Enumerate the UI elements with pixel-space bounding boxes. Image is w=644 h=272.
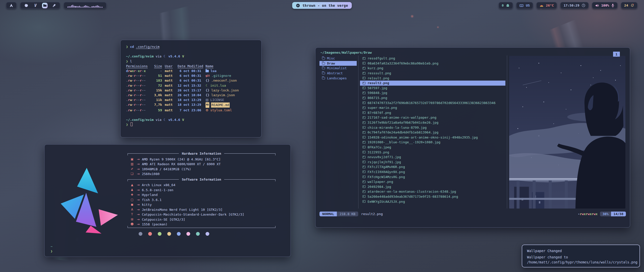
file-list-item[interactable]: FXfcJlTXgAMvH6R.png — [360, 164, 505, 169]
file-list-item[interactable]: 587597.jpg — [360, 86, 505, 91]
tab-badge[interactable]: 1 — [613, 52, 620, 57]
file-list-item[interactable]: 19201080-__blue-tinge__-1920×1080.jpg — [360, 140, 505, 145]
file-list-item[interactable]: re1sult.png — [360, 76, 505, 81]
file-name: init.lua — [210, 83, 226, 88]
sidebar-folder[interactable]: Abstract — [319, 71, 357, 76]
image-file-icon — [363, 190, 366, 193]
file-list-item[interactable]: result2.png — [360, 81, 505, 86]
file-list-item[interactable]: 154928-odinokoe_anime-art-anime-okno-sin… — [360, 135, 505, 140]
permissions: .rw-r--r-- — [126, 108, 148, 113]
image-file-icon — [363, 166, 366, 168]
sidebar-folder[interactable]: Minimalist — [319, 66, 357, 71]
shell-icon: ▢ — [130, 197, 135, 202]
lua-version: v5.4.6 — [168, 118, 180, 122]
file-name: lazyvim.json — [211, 93, 235, 97]
ls-table-header: PermissionsSizeUserDate ModifiedName — [126, 64, 256, 69]
file-list-item[interactable]: 87r687df.png — [360, 110, 505, 115]
file-name-cell: git.gitignore — [206, 73, 256, 78]
file-list-item[interactable]: 596848.jpg — [360, 90, 505, 95]
arrow-icon: → — [137, 207, 140, 212]
file-list-item[interactable]: FXfcII0X0AQyn9X.png — [360, 169, 505, 175]
palette-dot — [167, 232, 171, 236]
workspace-brush[interactable] — [51, 3, 57, 8]
file-list-item[interactable]: 3126f7e9bbf21a8a4af0b67b041c6e26.jpg — [360, 120, 505, 125]
file-list-item[interactable]: 08a634fa02a32364f69ebc86a98eb1eb.png — [360, 61, 505, 66]
file-list-item[interactable]: 20492984.jpg — [360, 184, 505, 189]
file-list-item[interactable]: resssult.png — [360, 71, 505, 76]
arrow-icon: → — [137, 192, 140, 197]
workspace-vim[interactable]: V — [33, 3, 38, 8]
info-value: Arch Linux x86_64 — [142, 183, 175, 188]
arrow-icon: → — [137, 212, 140, 217]
file-list-item[interactable]: nnvuv0xj2df71.jpg — [360, 155, 505, 160]
file-list-item[interactable]: rsjqojlmjhf91.jpg — [360, 159, 505, 164]
visualizer-bar — [96, 6, 96, 8]
kernel-icon: ♟ — [130, 188, 135, 193]
command-arg: .config/nvim — [136, 45, 159, 49]
cursor-icon: T — [130, 212, 135, 217]
file-list-item[interactable]: super-mario.png — [360, 105, 505, 110]
workspace-switcher: V — [20, 2, 60, 9]
fetch-prompt[interactable]: ~ ❯ — [51, 244, 53, 254]
file-list-item[interactable]: 866715.png — [360, 95, 505, 100]
ls-row: .rw-r--r--15kmatt26 oct 15:17{}lazy-lock… — [126, 88, 256, 93]
file-list-item[interactable]: kurz.png — [360, 66, 505, 71]
hardware-info-rows: ▣→AMD Ryzen 9 5900X (24) @ 4.9GHz [61.3°… — [128, 157, 275, 177]
prompt-symbol: ❯ — [126, 59, 128, 63]
palette-dot — [186, 232, 190, 236]
terminal-input-line[interactable]: ❯ — [126, 122, 256, 127]
permissions: .rw-r--r-- — [126, 78, 148, 83]
image-file-icon — [363, 57, 366, 60]
file-list-item[interactable]: 5a266e448add93deab367d87173e9f25-6837886… — [360, 194, 505, 199]
file-list-item[interactable]: chica-mirando-la-luna-8799.jpg — [360, 125, 505, 130]
calendar-widget[interactable]: 24 — [621, 2, 637, 9]
file-list-item[interactable]: 68747470733a2f2f696d616765732d7769786d70… — [360, 100, 505, 105]
prompt-path: ~ — [51, 244, 53, 249]
image-file-icon — [363, 101, 366, 104]
prompt-context-line: ~/.config/nvim via ☾ v5.4.6 V — [126, 54, 256, 59]
file-name: README.md — [211, 103, 230, 107]
fetch-window[interactable]: Hardware Information ▣→AMD Ryzen 9 5900X… — [44, 144, 291, 257]
gear-icon: ⚙ — [206, 108, 209, 113]
sidebar-folder[interactable]: Landscapes — [319, 76, 357, 81]
media-player-widget[interactable]: thrown - on the verge — [292, 2, 352, 9]
distro-logo — [50, 148, 125, 253]
keyboard-layout-widget[interactable]: US — [516, 2, 533, 9]
terminal-window[interactable]: ❯ cd .config/nvim ~/.config/nvim via ☾ v… — [120, 40, 262, 138]
weather-widget[interactable]: 26°C — [536, 2, 557, 9]
file-list-item[interactable]: FXfcHgcWIAMzs0G.png — [360, 174, 505, 179]
panel-divider — [358, 55, 358, 209]
palette-dot — [139, 232, 142, 236]
file-list-item[interactable]: EeNKYgIUcAAJ5JX.png — [360, 199, 505, 204]
file-list-item[interactable]: 8FKa7Cu.jpeg — [360, 145, 505, 150]
file-list-item[interactable]: 3122955.png — [360, 150, 505, 155]
terminal-command-line: ❯ cd .config/nvim — [126, 44, 256, 49]
file-list-item[interactable]: 0c794faf07de24a4db4d4fb1eb813964.jpg — [360, 130, 505, 135]
visualizer-bar — [79, 6, 80, 8]
software-info-rows: ▲→Arch Linux x86_64♟→6.5.8-zen1-1-zen❖→H… — [128, 183, 275, 227]
audio-widget[interactable]: 100% — [592, 2, 618, 9]
fetch-info-row: ♟→6.5.8-zen1-1-zen — [128, 188, 275, 193]
clock-widget[interactable]: 17:50:29 — [560, 2, 589, 9]
file-list-item[interactable]: ressdfgult.png — [360, 56, 505, 61]
now-playing-title: thrown - on the verge — [302, 4, 348, 8]
file-list-item[interactable]: atardecer-en-la-montanas-ilustracion-634… — [360, 189, 505, 194]
file-list-item[interactable]: 217167-sad-anime-rain-wallpaper.png — [360, 115, 505, 120]
updates-widget[interactable]: 0 — [499, 2, 513, 9]
file-size: 183 — [151, 78, 162, 83]
terminal-cursor — [131, 122, 133, 126]
workspace-folder[interactable] — [42, 3, 48, 8]
image-file-icon — [363, 67, 366, 70]
notification-toast[interactable]: Wallpaper Changed Wallpaper changed to /… — [522, 245, 640, 267]
sidebar-folder[interactable]: Misc — [319, 56, 357, 61]
arrow-icon: → — [137, 202, 140, 207]
sidebar-folder[interactable]: Draw — [319, 61, 357, 66]
file-name: chica-mirando-la-luna-8799.jpg — [368, 126, 427, 129]
file-list-item[interactable]: wallpaper.png — [360, 179, 505, 184]
font-icon: A — [130, 207, 135, 212]
workspace-firefox[interactable] — [23, 3, 29, 8]
launcher-button[interactable] — [6, 2, 17, 9]
info-value: AMD ATI Radeon RX 6800/6800 XT / 6900 XT — [142, 162, 221, 167]
permissions: .rw-r--r-- — [126, 93, 148, 97]
file-manager-window[interactable]: ~/Imagenes/Wallpapers/Draw 1 MiscDrawMin… — [315, 47, 630, 228]
